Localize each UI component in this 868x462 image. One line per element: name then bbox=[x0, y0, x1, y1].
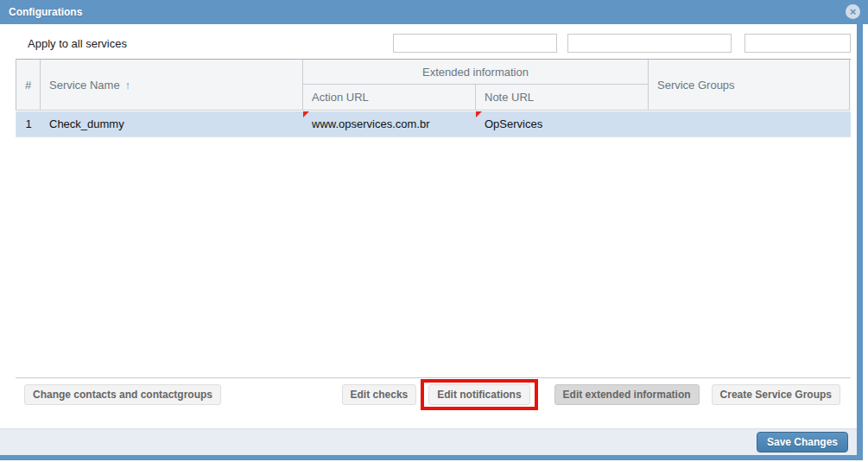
edit-notifications-button[interactable]: Edit notifications bbox=[428, 384, 529, 405]
annotation-highlight-box: Edit notifications bbox=[421, 379, 537, 410]
edit-checks-button[interactable]: Edit checks bbox=[342, 384, 417, 405]
col-header-note-url: Note URL bbox=[476, 85, 649, 111]
cell-action-url[interactable]: www.opservices.com.br bbox=[303, 111, 476, 136]
cell-row-number: 1 bbox=[16, 111, 41, 136]
window-title: Configurations bbox=[0, 6, 82, 18]
apply-to-all-services-label: Apply to all services bbox=[28, 37, 127, 50]
col-header-extended-information: Extended information bbox=[303, 60, 649, 85]
filter-input-action-url[interactable] bbox=[393, 34, 557, 53]
cell-service-groups[interactable] bbox=[649, 111, 850, 136]
col-header-service-name[interactable]: Service Name ↑ bbox=[41, 60, 303, 111]
cell-service-name[interactable]: Check_dummy bbox=[41, 111, 303, 136]
sort-ascending-icon: ↑ bbox=[125, 79, 131, 92]
filter-input-note-url[interactable] bbox=[567, 34, 732, 53]
cell-note-url[interactable]: OpServices bbox=[476, 111, 649, 136]
edit-extended-information-button[interactable]: Edit extended information bbox=[554, 384, 700, 405]
configurations-dialog: Configurations × Apply to all services #… bbox=[0, 0, 868, 462]
cell-action-url-value: www.opservices.com.br bbox=[312, 117, 430, 130]
table-row[interactable]: 1 Check_dummy www.opservices.com.br OpSe… bbox=[16, 111, 851, 137]
col-header-action-url: Action URL bbox=[303, 85, 476, 111]
services-table: # Service Name ↑ Extended information Se… bbox=[16, 59, 851, 137]
bottom-border bbox=[0, 455, 863, 460]
action-bar: Save Changes bbox=[0, 428, 857, 455]
create-service-groups-button[interactable]: Create Service Groups bbox=[712, 384, 840, 405]
col-header-service-groups: Service Groups bbox=[649, 60, 850, 111]
filter-input-service-groups[interactable] bbox=[744, 34, 851, 53]
col-header-row-number: # bbox=[16, 60, 41, 111]
modified-cell-marker bbox=[303, 111, 309, 117]
cell-note-url-value: OpServices bbox=[485, 117, 542, 130]
change-contacts-button[interactable]: Change contacts and contactgroups bbox=[24, 384, 221, 405]
footer-button-row: Change contacts and contactgroups Edit c… bbox=[16, 377, 851, 413]
window-titlebar: Configurations × bbox=[0, 0, 868, 24]
modified-cell-marker bbox=[476, 111, 482, 117]
col-header-service-name-label: Service Name bbox=[49, 79, 120, 92]
right-scrollbar[interactable] bbox=[857, 24, 863, 460]
save-changes-button[interactable]: Save Changes bbox=[757, 432, 848, 453]
services-table-header: # Service Name ↑ Extended information Se… bbox=[16, 59, 851, 111]
close-icon[interactable]: × bbox=[846, 4, 860, 19]
